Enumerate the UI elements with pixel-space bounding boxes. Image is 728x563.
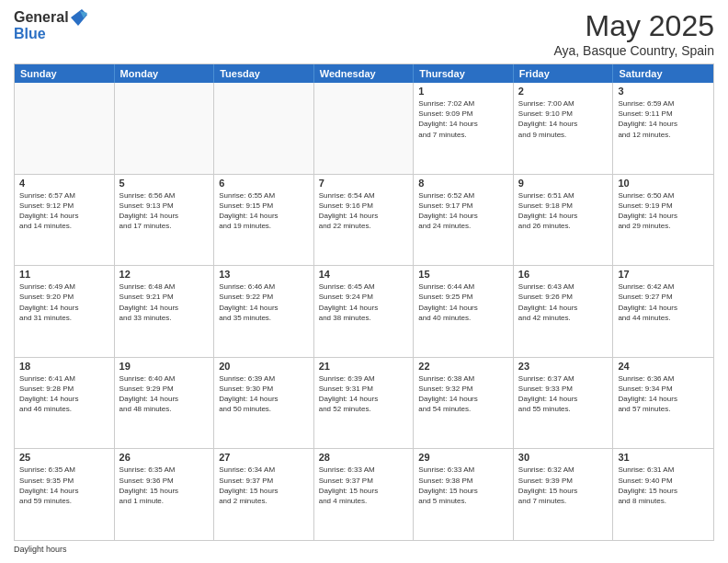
day-info: Sunrise: 6:48 AMSunset: 9:21 PMDaylight:… [119,282,210,323]
day-cell-12: 12Sunrise: 6:48 AMSunset: 9:21 PMDayligh… [115,266,215,357]
day-number: 19 [119,361,210,372]
calendar-body: 1Sunrise: 7:02 AMSunset: 9:09 PMDaylight… [15,83,713,540]
day-info: Sunrise: 7:02 AMSunset: 9:09 PMDaylight:… [418,98,508,140]
day-header-saturday: Saturday [613,64,713,83]
subtitle: Aya, Basque Country, Spain [553,43,714,58]
week-row-2: 4Sunrise: 6:57 AMSunset: 9:12 PMDaylight… [15,175,713,267]
day-number: 27 [219,452,309,463]
day-number: 16 [518,269,609,280]
day-cell-2: 2Sunrise: 7:00 AMSunset: 9:10 PMDaylight… [514,83,614,174]
day-info: Sunrise: 6:33 AMSunset: 9:37 PMDaylight:… [319,465,409,506]
day-cell-7: 7Sunrise: 6:54 AMSunset: 9:16 PMDaylight… [314,175,415,266]
day-number: 2 [518,86,609,97]
day-header-tuesday: Tuesday [214,64,314,83]
day-cell-23: 23Sunrise: 6:37 AMSunset: 9:33 PMDayligh… [514,358,614,449]
day-cell-28: 28Sunrise: 6:33 AMSunset: 9:37 PMDayligh… [314,449,415,540]
day-cell-9: 9Sunrise: 6:51 AMSunset: 9:18 PMDaylight… [514,175,614,266]
day-cell-31: 31Sunrise: 6:31 AMSunset: 9:40 PMDayligh… [613,449,713,540]
day-cell-21: 21Sunrise: 6:39 AMSunset: 9:31 PMDayligh… [314,358,415,449]
day-info: Sunrise: 6:37 AMSunset: 9:33 PMDaylight:… [518,373,609,415]
day-cell-25: 25Sunrise: 6:35 AMSunset: 9:35 PMDayligh… [15,449,115,540]
logo-container: General Blue [14,9,87,42]
day-cell-26: 26Sunrise: 6:35 AMSunset: 9:36 PMDayligh… [115,449,215,540]
day-info: Sunrise: 6:44 AMSunset: 9:25 PMDaylight:… [418,282,508,323]
day-info: Sunrise: 6:34 AMSunset: 9:37 PMDaylight:… [219,465,309,506]
day-number: 13 [219,269,309,280]
day-number: 4 [19,178,109,189]
day-info: Sunrise: 6:54 AMSunset: 9:16 PMDaylight:… [319,190,409,232]
day-cell-empty [314,83,415,174]
day-number: 11 [19,269,109,280]
logo-bird-icon [71,9,87,26]
day-number: 10 [618,178,709,189]
day-number: 21 [319,361,409,372]
day-number: 3 [618,86,709,97]
day-info: Sunrise: 6:55 AMSunset: 9:15 PMDaylight:… [219,190,309,232]
day-info: Sunrise: 6:39 AMSunset: 9:30 PMDaylight:… [219,373,309,415]
day-number: 7 [319,178,409,189]
day-cell-19: 19Sunrise: 6:40 AMSunset: 9:29 PMDayligh… [115,358,215,449]
day-info: Sunrise: 6:45 AMSunset: 9:24 PMDaylight:… [319,282,409,323]
day-number: 17 [618,269,709,280]
footer: Daylight hours [14,545,714,554]
day-info: Sunrise: 6:36 AMSunset: 9:34 PMDaylight:… [618,373,709,415]
day-info: Sunrise: 6:59 AMSunset: 9:11 PMDaylight:… [618,98,709,140]
day-info: Sunrise: 6:57 AMSunset: 9:12 PMDaylight:… [19,190,109,232]
day-info: Sunrise: 6:31 AMSunset: 9:40 PMDaylight:… [618,465,709,506]
day-cell-4: 4Sunrise: 6:57 AMSunset: 9:12 PMDaylight… [15,175,115,266]
day-cell-18: 18Sunrise: 6:41 AMSunset: 9:28 PMDayligh… [15,358,115,449]
day-info: Sunrise: 6:33 AMSunset: 9:38 PMDaylight:… [418,465,508,506]
day-cell-30: 30Sunrise: 6:32 AMSunset: 9:39 PMDayligh… [514,449,614,540]
title-area: May 2025 Aya, Basque Country, Spain [553,9,714,58]
main-title: May 2025 [553,9,714,43]
day-cell-11: 11Sunrise: 6:49 AMSunset: 9:20 PMDayligh… [15,266,115,357]
day-number: 28 [319,452,409,463]
day-info: Sunrise: 6:49 AMSunset: 9:20 PMDaylight:… [19,282,109,323]
day-number: 24 [618,361,709,372]
day-cell-24: 24Sunrise: 6:36 AMSunset: 9:34 PMDayligh… [613,358,713,449]
day-number: 31 [618,452,709,463]
day-header-wednesday: Wednesday [314,64,415,83]
day-cell-20: 20Sunrise: 6:39 AMSunset: 9:30 PMDayligh… [214,358,314,449]
day-header-friday: Friday [514,64,614,83]
day-info: Sunrise: 6:51 AMSunset: 9:18 PMDaylight:… [518,190,609,232]
day-cell-14: 14Sunrise: 6:45 AMSunset: 9:24 PMDayligh… [314,266,415,357]
logo: General Blue [14,9,87,42]
day-info: Sunrise: 6:46 AMSunset: 9:22 PMDaylight:… [219,282,309,323]
day-cell-17: 17Sunrise: 6:42 AMSunset: 9:27 PMDayligh… [613,266,713,357]
day-cell-27: 27Sunrise: 6:34 AMSunset: 9:37 PMDayligh… [214,449,314,540]
day-number: 5 [119,178,210,189]
day-number: 22 [418,361,508,372]
day-number: 23 [518,361,609,372]
day-number: 9 [518,178,609,189]
day-info: Sunrise: 6:41 AMSunset: 9:28 PMDaylight:… [19,373,109,415]
day-header-sunday: Sunday [15,64,115,83]
day-info: Sunrise: 6:56 AMSunset: 9:13 PMDaylight:… [119,190,210,232]
svg-marker-0 [71,9,87,26]
day-number: 30 [518,452,609,463]
day-number: 15 [418,269,508,280]
day-cell-13: 13Sunrise: 6:46 AMSunset: 9:22 PMDayligh… [214,266,314,357]
day-cell-22: 22Sunrise: 6:38 AMSunset: 9:32 PMDayligh… [414,358,514,449]
day-number: 14 [319,269,409,280]
week-row-5: 25Sunrise: 6:35 AMSunset: 9:35 PMDayligh… [15,449,713,540]
day-cell-empty [15,83,115,174]
day-number: 29 [418,452,508,463]
day-number: 20 [219,361,309,372]
day-info: Sunrise: 6:35 AMSunset: 9:36 PMDaylight:… [119,465,210,506]
day-info: Sunrise: 6:39 AMSunset: 9:31 PMDaylight:… [319,373,409,415]
week-row-4: 18Sunrise: 6:41 AMSunset: 9:28 PMDayligh… [15,358,713,450]
day-info: Sunrise: 6:40 AMSunset: 9:29 PMDaylight:… [119,373,210,415]
day-info: Sunrise: 6:43 AMSunset: 9:26 PMDaylight:… [518,282,609,323]
day-number: 26 [119,452,210,463]
day-number: 18 [19,361,109,372]
day-number: 6 [219,178,309,189]
day-info: Sunrise: 6:42 AMSunset: 9:27 PMDaylight:… [618,282,709,323]
day-info: Sunrise: 6:50 AMSunset: 9:19 PMDaylight:… [618,190,709,232]
day-info: Sunrise: 6:38 AMSunset: 9:32 PMDaylight:… [418,373,508,415]
day-header-thursday: Thursday [414,64,514,83]
day-number: 8 [418,178,508,189]
week-row-1: 1Sunrise: 7:02 AMSunset: 9:09 PMDaylight… [15,83,713,175]
day-cell-1: 1Sunrise: 7:02 AMSunset: 9:09 PMDaylight… [414,83,514,174]
day-cell-empty [115,83,215,174]
